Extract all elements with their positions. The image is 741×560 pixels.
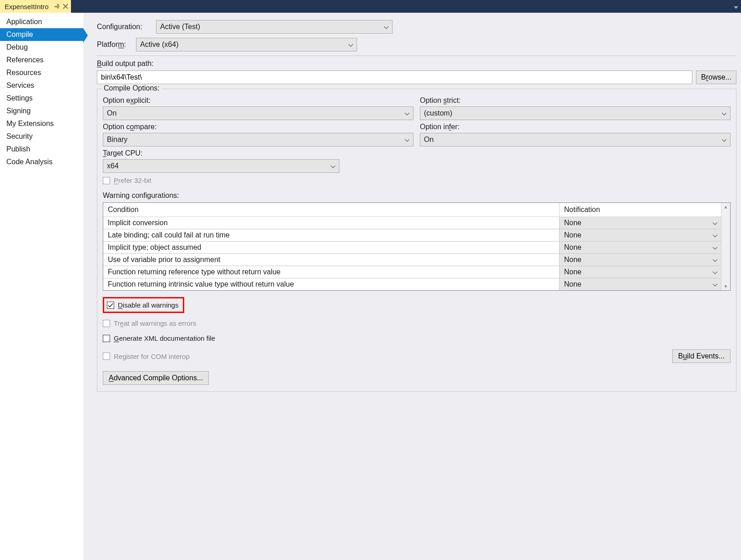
- warning-notification-value: None: [564, 280, 581, 288]
- warning-notification-select[interactable]: None: [560, 254, 721, 266]
- register-com-checkbox: [103, 353, 110, 360]
- option-strict-label: Option strict:: [420, 96, 731, 105]
- chevron-down-icon: [713, 256, 717, 264]
- warning-condition: Late binding; call could fail at run tim…: [103, 229, 560, 241]
- sidebar-item-settings[interactable]: Settings: [0, 92, 83, 105]
- option-strict-select[interactable]: (custom): [420, 106, 731, 120]
- compile-options-legend: Compile Options:: [102, 84, 161, 92]
- option-strict-value: (custom): [424, 109, 452, 117]
- chevron-down-icon: [713, 280, 717, 288]
- sidebar-item-codeanalysis[interactable]: Code Analysis: [0, 156, 83, 168]
- build-output-label: Build output path:: [97, 60, 736, 68]
- target-cpu-value: x64: [107, 162, 119, 170]
- warning-notification-value: None: [564, 231, 581, 239]
- warning-notification-value: None: [564, 268, 581, 276]
- sidebar-item-application[interactable]: Application: [0, 15, 83, 28]
- disable-all-warnings-highlight: Disable all warnings: [103, 297, 184, 313]
- chevron-down-icon: [713, 268, 717, 276]
- tab-dropdown-icon[interactable]: [734, 3, 738, 10]
- table-scrollbar[interactable]: ▲ ▼: [721, 203, 730, 290]
- advanced-compile-options-button[interactable]: Advanced Compile Options...: [103, 371, 209, 385]
- sidebar-item-references[interactable]: References: [0, 54, 83, 66]
- property-pages-sidebar: Application Compile Debug References Res…: [0, 13, 83, 560]
- warning-condition: Function returning reference type withou…: [103, 266, 560, 278]
- platform-select[interactable]: Active (x64): [136, 38, 357, 51]
- platform-value: Active (x64): [140, 40, 178, 49]
- warning-notification-value: None: [564, 256, 581, 264]
- chevron-down-icon: [405, 109, 409, 117]
- treat-warnings-errors-label: Treat all warnings as errors: [114, 319, 196, 327]
- col-condition[interactable]: Condition: [103, 203, 560, 217]
- warning-notification-value: None: [564, 243, 581, 252]
- warning-notification-select[interactable]: None: [560, 242, 721, 253]
- prefer-32bit-checkbox: [103, 177, 110, 184]
- option-compare-label: Option compare:: [103, 123, 413, 131]
- chevron-down-icon: [713, 219, 717, 227]
- option-compare-select[interactable]: Binary: [103, 133, 413, 146]
- chevron-down-icon: [405, 136, 409, 144]
- warning-config-label: Warning configurations:: [103, 192, 731, 200]
- sidebar-item-myextensions[interactable]: My Extensions: [0, 117, 83, 130]
- configuration-label: Configuration:: [97, 23, 156, 31]
- configuration-select[interactable]: Active (Test): [156, 20, 393, 34]
- chevron-down-icon: [722, 109, 726, 117]
- target-cpu-label: Target CPU:: [103, 149, 731, 157]
- close-icon[interactable]: [63, 4, 68, 9]
- sidebar-item-compile[interactable]: Compile: [0, 28, 83, 41]
- sidebar-item-security[interactable]: Security: [0, 130, 83, 143]
- sidebar-item-signing[interactable]: Signing: [0, 105, 83, 117]
- treat-warnings-errors-checkbox: [103, 320, 110, 327]
- scroll-down-icon[interactable]: ▼: [724, 284, 728, 289]
- option-compare-value: Binary: [107, 136, 127, 144]
- compile-page: Configuration: Active (Test) Platform: A…: [83, 13, 741, 560]
- chevron-down-icon: [348, 40, 353, 49]
- warning-condition: Use of variable prior to assignment: [103, 254, 560, 266]
- warning-notification-select[interactable]: None: [560, 217, 721, 229]
- generate-xml-doc-checkbox[interactable]: [103, 335, 110, 342]
- warning-condition: Implicit type; object assumed: [103, 242, 560, 253]
- target-cpu-select[interactable]: x64: [103, 159, 339, 173]
- chevron-down-icon: [713, 243, 717, 252]
- table-row: Function returning reference type withou…: [103, 266, 721, 278]
- warning-notification-value: None: [564, 219, 581, 227]
- chevron-down-icon: [713, 231, 717, 239]
- table-row: Implicit type; object assumedNone: [103, 242, 721, 254]
- sidebar-item-resources[interactable]: Resources: [0, 66, 83, 79]
- disable-all-warnings-checkbox[interactable]: [107, 302, 114, 309]
- option-explicit-label: Option explicit:: [103, 96, 413, 105]
- disable-all-warnings-label: Disable all warnings: [118, 301, 178, 309]
- build-events-button[interactable]: Build Events...: [672, 349, 731, 363]
- option-infer-value: On: [424, 136, 434, 144]
- scroll-up-icon[interactable]: ▲: [724, 204, 728, 209]
- option-explicit-select[interactable]: On: [103, 106, 413, 120]
- divider: [97, 55, 736, 56]
- warning-notification-select[interactable]: None: [560, 229, 721, 241]
- table-row: Function returning intrinsic value type …: [103, 278, 721, 290]
- table-row: Use of variable prior to assignmentNone: [103, 254, 721, 266]
- option-infer-select[interactable]: On: [420, 133, 731, 146]
- register-com-label: Register for COM interop: [114, 353, 190, 360]
- sidebar-item-services[interactable]: Services: [0, 79, 83, 92]
- warning-condition: Function returning intrinsic value type …: [103, 278, 560, 290]
- chevron-down-icon: [331, 162, 335, 170]
- option-infer-label: Option infer:: [420, 123, 731, 131]
- build-output-input[interactable]: [97, 71, 692, 84]
- table-row: Implicit conversionNone: [103, 217, 721, 229]
- generate-xml-doc-label: Generate XML documentation file: [114, 334, 215, 342]
- platform-label: Platform:: [97, 40, 136, 49]
- chevron-down-icon: [384, 23, 388, 31]
- warning-notification-select[interactable]: None: [560, 278, 721, 290]
- tab-title: ExpenseItIntro: [5, 3, 49, 10]
- option-explicit-value: On: [107, 109, 116, 117]
- pin-icon[interactable]: [54, 4, 60, 10]
- sidebar-item-debug[interactable]: Debug: [0, 41, 83, 54]
- active-tab[interactable]: ExpenseItIntro: [0, 0, 71, 13]
- warning-notification-select[interactable]: None: [560, 266, 721, 278]
- browse-button[interactable]: Browse...: [696, 71, 736, 84]
- sidebar-item-publish[interactable]: Publish: [0, 143, 83, 156]
- chevron-down-icon: [722, 136, 726, 144]
- compile-options-group: Compile Options: Option explicit: On Opt…: [97, 89, 736, 392]
- prefer-32bit-label: Prefer 32-bit: [114, 177, 151, 184]
- warning-condition: Implicit conversion: [103, 217, 560, 229]
- col-notification[interactable]: Notification: [560, 203, 721, 217]
